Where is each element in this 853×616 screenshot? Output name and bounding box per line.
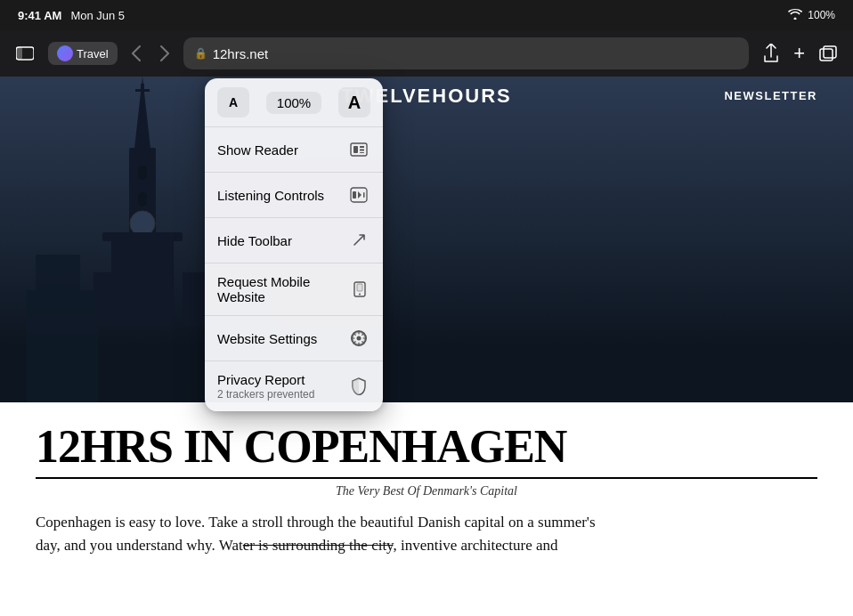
svg-point-14 xyxy=(130,211,155,236)
status-right: 100% xyxy=(788,8,835,22)
show-reader-menu-item[interactable]: Show Reader xyxy=(205,127,383,173)
lock-icon: 🔒 xyxy=(194,47,207,60)
svg-rect-28 xyxy=(363,192,365,198)
website-settings-label-group: Website Settings xyxy=(217,331,317,346)
request-mobile-icon xyxy=(349,278,370,301)
forward-button[interactable] xyxy=(155,40,175,67)
svg-rect-18 xyxy=(36,255,80,415)
show-reader-label-group: Show Reader xyxy=(217,142,298,158)
svg-rect-23 xyxy=(360,150,364,151)
share-button[interactable] xyxy=(758,38,784,69)
request-mobile-website-menu-item[interactable]: Request Mobile Website xyxy=(205,263,383,316)
wifi-icon xyxy=(788,8,802,22)
toolbar-actions: + xyxy=(758,36,842,70)
privacy-report-sublabel: 2 trackers prevented xyxy=(217,388,314,401)
svg-rect-24 xyxy=(360,152,364,153)
dropdown-menu: A 100% A Show Reader Listening Controls xyxy=(205,78,383,411)
svg-point-32 xyxy=(357,336,362,341)
listening-controls-icon xyxy=(347,183,370,207)
battery-icon: 100% xyxy=(808,9,835,21)
request-mobile-label-group: Request Mobile Website xyxy=(217,274,349,304)
hide-toolbar-label-group: Hide Toolbar xyxy=(217,233,292,248)
status-time: 9:41 AM xyxy=(18,9,61,22)
listening-controls-menu-item[interactable]: Listening Controls xyxy=(205,173,383,218)
article-subtitle: The Very Best Of Denmark's Capital xyxy=(36,484,817,498)
article-divider xyxy=(36,477,817,479)
browser-toolbar: Travel 🔒 12hrs.net + xyxy=(0,30,853,77)
font-increase-button[interactable]: A xyxy=(338,87,370,118)
listening-controls-label: Listening Controls xyxy=(217,188,324,203)
site-nav: TWELVEHOURS NEWSLETTER xyxy=(0,89,853,102)
show-reader-icon xyxy=(347,138,370,161)
font-size-row: A 100% A xyxy=(205,78,383,127)
status-date: Mon Jun 5 xyxy=(70,9,125,22)
address-bar[interactable]: 🔒 12hrs.net xyxy=(183,37,750,69)
svg-rect-12 xyxy=(138,166,147,180)
website-settings-menu-item[interactable]: Website Settings xyxy=(205,316,383,361)
svg-rect-1 xyxy=(16,47,22,60)
article-title: 12HRS IN COPENHAGEN xyxy=(36,424,817,470)
svg-rect-22 xyxy=(360,146,364,148)
svg-rect-9 xyxy=(111,237,174,326)
status-bar: 9:41 AM Mon Jun 5 100% xyxy=(0,0,853,30)
privacy-report-label-group: Privacy Report 2 trackers prevented xyxy=(217,372,314,401)
tab-group-avatar xyxy=(57,45,73,61)
svg-rect-15 xyxy=(102,232,183,241)
privacy-report-icon xyxy=(347,375,370,398)
svg-rect-26 xyxy=(353,191,356,199)
privacy-report-menu-item[interactable]: Privacy Report 2 trackers prevented xyxy=(205,361,383,411)
article-body: Copenhagen is easy to love. Take a strol… xyxy=(36,511,817,558)
svg-rect-13 xyxy=(138,192,147,207)
request-mobile-label: Request Mobile Website xyxy=(217,274,349,304)
tabs-button[interactable] xyxy=(814,40,842,67)
status-left: 9:41 AM Mon Jun 5 xyxy=(18,9,125,22)
article-body-line2-start: day, and you understand why. Wat xyxy=(36,537,243,554)
url-text: 12hrs.net xyxy=(213,46,269,61)
tab-group-label: Travel xyxy=(77,47,109,61)
font-decrease-button[interactable]: A xyxy=(217,87,249,118)
website-settings-icon xyxy=(347,327,370,350)
article-body-strikethrough: er is surrounding the city xyxy=(243,537,394,554)
hide-toolbar-menu-item[interactable]: Hide Toolbar xyxy=(205,218,383,263)
back-button[interactable] xyxy=(126,40,146,67)
svg-rect-2 xyxy=(820,49,833,61)
privacy-report-label: Privacy Report xyxy=(217,372,314,387)
svg-rect-20 xyxy=(351,143,367,156)
svg-rect-31 xyxy=(357,284,362,291)
show-reader-label: Show Reader xyxy=(217,142,298,158)
font-percent-display: 100% xyxy=(266,92,321,114)
newsletter-link[interactable]: NEWSLETTER xyxy=(724,89,817,102)
website-settings-label: Website Settings xyxy=(217,331,317,346)
hide-toolbar-icon xyxy=(347,229,370,252)
content-area: 12HRS IN COPENHAGEN The Very Best Of Den… xyxy=(0,402,853,616)
tab-group-button[interactable]: Travel xyxy=(48,42,118,65)
svg-marker-27 xyxy=(358,191,362,199)
svg-rect-3 xyxy=(824,46,836,58)
hide-toolbar-label: Hide Toolbar xyxy=(217,233,292,248)
listening-controls-label-group: Listening Controls xyxy=(217,188,324,203)
article-body-line1: Copenhagen is easy to love. Take a strol… xyxy=(36,514,596,531)
sidebar-toggle-button[interactable] xyxy=(11,41,39,66)
svg-point-30 xyxy=(359,294,361,296)
svg-rect-21 xyxy=(353,146,358,153)
article-body-line2-end: , inventive architecture and xyxy=(394,537,558,554)
new-tab-button[interactable]: + xyxy=(788,36,810,70)
